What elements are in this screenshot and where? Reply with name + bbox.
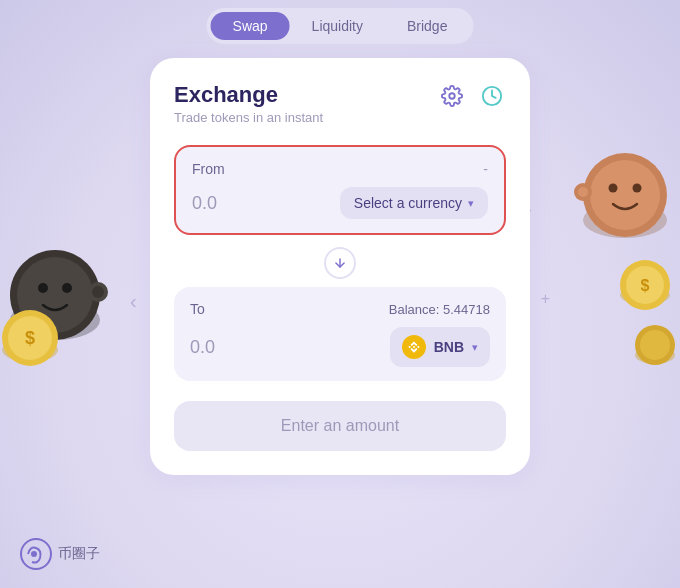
to-amount: 0.0: [190, 337, 215, 358]
svg-point-6: [92, 286, 104, 298]
to-box: To Balance: 5.44718 0.0 BNB ▾: [174, 287, 506, 381]
svg-text:$: $: [641, 277, 650, 294]
coin-decoration-right: $: [550, 100, 680, 380]
to-label-row: To Balance: 5.44718: [190, 301, 490, 317]
card-title-group: Exchange Trade tokens in an instant: [174, 82, 323, 125]
svg-point-3: [38, 283, 48, 293]
svg-point-24: [640, 330, 670, 360]
tab-bridge[interactable]: Bridge: [385, 12, 469, 40]
svg-point-30: [31, 551, 37, 557]
balance-value: 5.44718: [443, 302, 490, 317]
card-actions: [438, 82, 506, 110]
svg-point-15: [633, 184, 642, 193]
history-button[interactable]: [478, 82, 506, 110]
svg-point-4: [62, 283, 72, 293]
swap-direction-button[interactable]: [324, 247, 356, 279]
svg-point-14: [609, 184, 618, 193]
bnb-chevron: ▾: [472, 341, 478, 354]
exchange-card: Exchange Trade tokens in an instant From…: [150, 58, 530, 475]
to-label: To: [190, 301, 205, 317]
swap-direction-divider: [174, 239, 506, 287]
enter-amount-button[interactable]: Enter an amount: [174, 401, 506, 451]
from-input-row: 0.0 Select a currency ▾: [192, 187, 488, 219]
tab-bar: Swap Liquidity Bridge: [207, 8, 474, 44]
from-amount: 0.0: [192, 193, 217, 214]
to-input-row: 0.0 BNB ▾: [190, 327, 490, 367]
from-box: From - 0.0 Select a currency ▾: [174, 145, 506, 235]
balance-label: Balance:: [389, 302, 440, 317]
currency-select-chevron: ▾: [468, 197, 474, 210]
tab-swap[interactable]: Swap: [211, 12, 290, 40]
card-header: Exchange Trade tokens in an instant: [174, 82, 506, 125]
from-dash: -: [483, 161, 488, 177]
watermark-label: 币圈子: [58, 545, 100, 563]
svg-point-17: [578, 187, 588, 197]
bnb-label: BNB: [434, 339, 464, 355]
svg-text:$: $: [25, 328, 35, 348]
svg-point-25: [449, 93, 455, 99]
svg-point-13: [590, 160, 660, 230]
coin-decoration-left: $: [0, 120, 130, 380]
from-label-row: From -: [192, 161, 488, 177]
card-title: Exchange: [174, 82, 323, 108]
currency-select-button[interactable]: Select a currency ▾: [340, 187, 488, 219]
tab-liquidity[interactable]: Liquidity: [290, 12, 385, 40]
from-label: From: [192, 161, 225, 177]
bnb-icon: [402, 335, 426, 359]
bnb-token-button[interactable]: BNB ▾: [390, 327, 490, 367]
watermark: 币圈子: [20, 538, 100, 570]
watermark-logo: [20, 538, 52, 570]
card-subtitle: Trade tokens in an instant: [174, 110, 323, 125]
plus-decoration-bottom: +: [541, 290, 550, 308]
settings-button[interactable]: [438, 82, 466, 110]
to-balance: Balance: 5.44718: [389, 302, 490, 317]
currency-select-label: Select a currency: [354, 195, 462, 211]
arrow-decoration: ‹: [130, 290, 137, 313]
